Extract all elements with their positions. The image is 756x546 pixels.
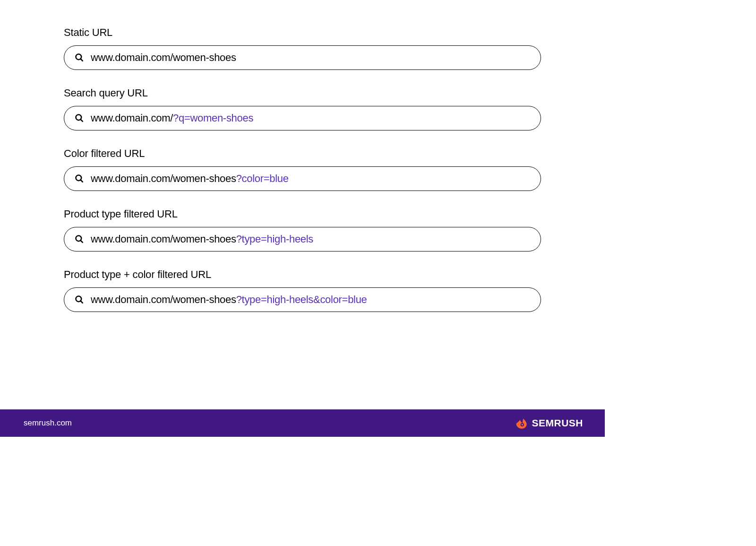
search-icon (75, 113, 84, 123)
brand-name: SEMRUSH (532, 417, 583, 429)
url-base: www.domain.com/women-shoes (91, 52, 236, 63)
svg-point-2 (76, 115, 82, 121)
url-label: Product type + color filtered URL (64, 269, 541, 281)
svg-point-4 (76, 175, 82, 181)
url-text: www.domain.com/women-shoes?type=high-hee… (91, 294, 367, 306)
svg-point-11 (522, 424, 524, 426)
url-example-block: Search query URL www.domain.com/?q=women… (64, 87, 541, 130)
url-examples-container: Static URL www.domain.com/women-shoes Se… (0, 0, 605, 409)
url-param: ?type=high-heels (236, 233, 313, 245)
url-base: www.domain.com/women-shoes (91, 173, 236, 184)
url-example-block: Static URL www.domain.com/women-shoes (64, 26, 541, 70)
flame-icon (515, 416, 528, 430)
search-icon (75, 234, 84, 244)
url-label: Static URL (64, 26, 541, 39)
url-bar: www.domain.com/women-shoes?type=high-hee… (64, 287, 541, 312)
footer: semrush.com SEMRUSH (0, 409, 605, 437)
url-text: www.domain.com/women-shoes?color=blue (91, 173, 289, 185)
url-label: Product type filtered URL (64, 208, 541, 220)
url-bar: www.domain.com/women-shoes?color=blue (64, 166, 541, 191)
url-example-block: Product type filtered URL www.domain.com… (64, 208, 541, 251)
svg-line-7 (81, 241, 83, 243)
search-icon (75, 295, 84, 304)
svg-point-8 (76, 296, 82, 302)
url-example-block: Color filtered URL www.domain.com/women-… (64, 147, 541, 191)
svg-line-1 (81, 59, 83, 61)
url-label: Search query URL (64, 87, 541, 99)
url-label: Color filtered URL (64, 147, 541, 160)
url-text: www.domain.com/women-shoes?type=high-hee… (91, 233, 313, 245)
url-base: www.domain.com/ (91, 112, 173, 124)
svg-point-6 (76, 236, 82, 242)
url-bar: www.domain.com/women-shoes (64, 45, 541, 70)
svg-line-3 (81, 120, 83, 122)
url-example-block: Product type + color filtered URL www.do… (64, 269, 541, 312)
url-param: ?q=women-shoes (173, 112, 253, 124)
search-icon (75, 174, 84, 183)
url-param: ?type=high-heels&color=blue (236, 294, 367, 305)
footer-brand: SEMRUSH (515, 416, 583, 430)
url-bar: www.domain.com/women-shoes?type=high-hee… (64, 227, 541, 251)
search-icon (75, 53, 84, 62)
url-param: ?color=blue (236, 173, 289, 184)
svg-point-0 (76, 54, 82, 60)
footer-url: semrush.com (24, 418, 72, 428)
url-text: www.domain.com/?q=women-shoes (91, 112, 253, 124)
svg-line-5 (81, 180, 83, 182)
url-base: www.domain.com/women-shoes (91, 233, 236, 245)
url-base: www.domain.com/women-shoes (91, 294, 236, 305)
url-bar: www.domain.com/?q=women-shoes (64, 106, 541, 130)
svg-line-9 (81, 301, 83, 303)
url-text: www.domain.com/women-shoes (91, 52, 236, 64)
